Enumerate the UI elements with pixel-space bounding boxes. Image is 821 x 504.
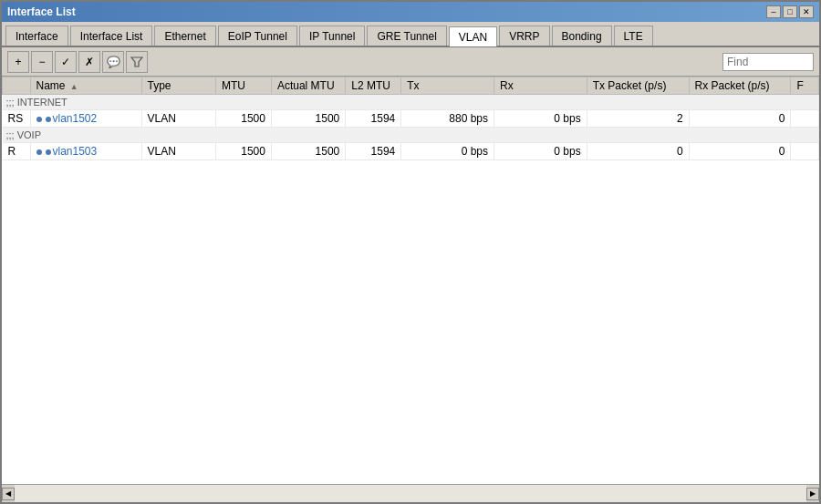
cell-tx: 880 bps: [401, 110, 494, 128]
cell-mtu: 1500: [215, 143, 271, 160]
sort-arrow-name: ▲: [70, 82, 78, 91]
col-mtu[interactable]: MTU: [215, 77, 271, 95]
filter-button[interactable]: [126, 51, 148, 73]
disable-button[interactable]: ✗: [78, 51, 100, 73]
minimize-button[interactable]: –: [766, 5, 781, 18]
cell-l2-mtu: 1594: [346, 143, 401, 160]
table-row[interactable]: RSvlan1502VLAN150015001594880 bps0 bps20: [3, 110, 819, 128]
tab-ip-tunnel[interactable]: IP Tunnel: [299, 26, 365, 46]
tab-interface[interactable]: Interface: [5, 26, 68, 46]
cell-tx-packet: 0: [587, 143, 689, 160]
cell-actual-mtu: 1500: [271, 143, 345, 160]
col-flags: [3, 77, 31, 95]
title-bar: Interface List – □ ✕: [2, 2, 819, 22]
tab-vlan[interactable]: VLAN: [449, 26, 497, 46]
col-actual-mtu[interactable]: Actual MTU: [271, 77, 345, 95]
col-tx-packet[interactable]: Tx Packet (p/s): [587, 77, 689, 95]
col-rx-packet[interactable]: Rx Packet (p/s): [689, 77, 791, 95]
cell-actual-mtu: 1500: [271, 110, 345, 128]
cell-f: [791, 143, 819, 160]
col-rx[interactable]: Rx: [494, 77, 587, 95]
close-button[interactable]: ✕: [799, 5, 814, 18]
scroll-right-button[interactable]: ▶: [806, 488, 819, 500]
scroll-left-button[interactable]: ◀: [2, 488, 15, 500]
interface-icon: [36, 147, 51, 158]
cell-rx-packet: 0: [689, 143, 791, 160]
cell-tx-packet: 2: [587, 110, 689, 128]
table-header-row: Name ▲ Type MTU Actual MTU L2 MTU Tx Rx …: [3, 77, 819, 95]
cell-f: [791, 110, 819, 128]
cell-rx: 0 bps: [494, 143, 587, 160]
title-bar-buttons: – □ ✕: [766, 5, 814, 18]
add-button[interactable]: +: [7, 51, 29, 73]
remove-button[interactable]: −: [31, 51, 53, 73]
tab-bonding[interactable]: Bonding: [552, 26, 612, 46]
tab-vrrp[interactable]: VRRP: [499, 26, 549, 46]
comment-button[interactable]: 💬: [102, 51, 124, 73]
cell-rx-packet: 0: [689, 110, 791, 128]
col-f[interactable]: F: [791, 77, 819, 95]
cell-name[interactable]: vlan1502: [30, 110, 141, 128]
table-container: Name ▲ Type MTU Actual MTU L2 MTU Tx Rx …: [2, 77, 819, 484]
interface-name-link[interactable]: vlan1502: [53, 112, 98, 125]
interface-table: Name ▲ Type MTU Actual MTU L2 MTU Tx Rx …: [2, 77, 819, 160]
toolbar: + − ✓ ✗ 💬: [2, 47, 819, 77]
maximize-button[interactable]: □: [783, 5, 797, 18]
svg-marker-0: [131, 57, 142, 67]
cell-name[interactable]: vlan1503: [30, 143, 141, 160]
cell-l2-mtu: 1594: [346, 110, 401, 128]
cell-flags: R: [3, 143, 31, 160]
cell-type: VLAN: [141, 143, 215, 160]
tab-eoip-tunnel[interactable]: EoIP Tunnel: [218, 26, 297, 46]
tab-interface-list[interactable]: Interface List: [70, 26, 153, 46]
group-label: ;;; INTERNET: [3, 95, 819, 110]
filter-icon: [130, 56, 143, 68]
tab-gre-tunnel[interactable]: GRE Tunnel: [367, 26, 446, 46]
scroll-track[interactable]: [15, 485, 806, 502]
enable-button[interactable]: ✓: [55, 51, 77, 73]
table-body: ;;; INTERNETRSvlan1502VLAN15001500159488…: [3, 95, 819, 160]
col-type[interactable]: Type: [141, 77, 215, 95]
col-name[interactable]: Name ▲: [30, 77, 141, 95]
tab-lte[interactable]: LTE: [614, 26, 653, 46]
cell-type: VLAN: [141, 110, 215, 128]
interface-icon: [36, 114, 51, 125]
table-row[interactable]: Rvlan1503VLAN1500150015940 bps0 bps00: [3, 143, 819, 160]
cell-mtu: 1500: [215, 110, 271, 128]
tabs-bar: Interface Interface List Ethernet EoIP T…: [2, 22, 819, 47]
col-tx[interactable]: Tx: [401, 77, 494, 95]
window-title: Interface List: [7, 5, 76, 18]
find-input[interactable]: [722, 53, 814, 71]
col-l2-mtu[interactable]: L2 MTU: [346, 77, 401, 95]
group-row: ;;; VOIP: [3, 128, 819, 143]
main-window: Interface List – □ ✕ Interface Interface…: [0, 0, 821, 504]
group-label: ;;; VOIP: [3, 128, 819, 143]
tab-ethernet[interactable]: Ethernet: [154, 26, 215, 46]
cell-tx: 0 bps: [401, 143, 494, 160]
interface-name-link[interactable]: vlan1503: [53, 145, 98, 158]
group-row: ;;; INTERNET: [3, 95, 819, 110]
cell-flags: RS: [3, 110, 31, 128]
status-bar: ◀ ▶: [2, 484, 819, 502]
cell-rx: 0 bps: [494, 110, 587, 128]
